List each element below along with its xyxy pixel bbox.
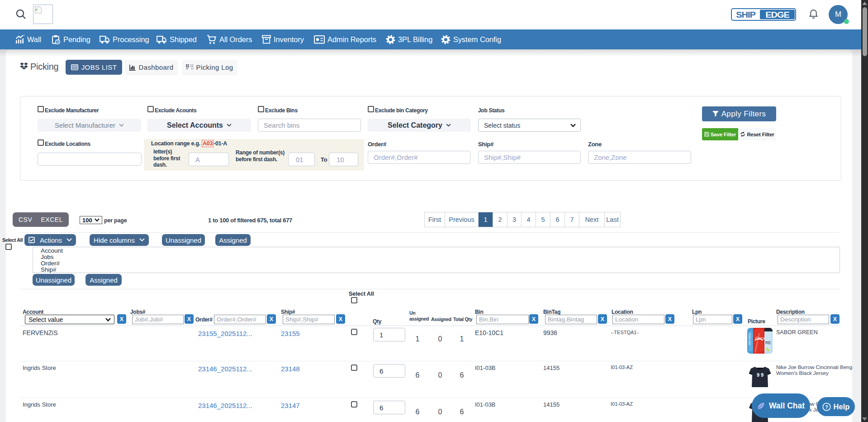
svg-text:9: 9 (757, 372, 759, 378)
svg-text:?: ? (825, 404, 828, 409)
svg-text:RE: RE (765, 340, 771, 345)
svg-text:INFUSED: INFUSED (748, 333, 751, 345)
svg-text:Coca: Coca (755, 336, 765, 340)
svg-text:9: 9 (761, 372, 764, 378)
